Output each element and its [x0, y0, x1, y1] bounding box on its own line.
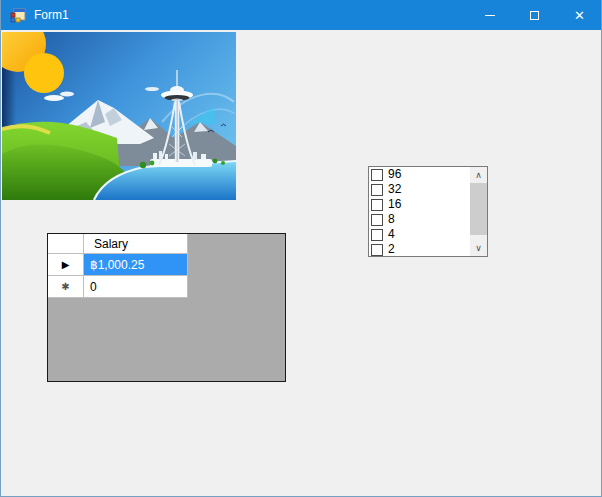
landscape-image — [2, 32, 236, 200]
form-icon — [10, 7, 26, 23]
checked-list-box[interactable]: 96 32 16 8 4 — [368, 166, 488, 257]
column-header-salary[interactable]: Salary — [84, 234, 188, 254]
picture-box — [2, 32, 236, 200]
cell-value: 0 — [84, 280, 97, 294]
row-header-current[interactable]: ▶ — [48, 254, 84, 276]
list-item[interactable]: 4 — [369, 227, 470, 242]
list-item[interactable]: 8 — [369, 212, 470, 227]
maximize-icon — [530, 11, 539, 20]
list-item-label: 2 — [388, 242, 395, 257]
column-header-label: Salary — [84, 237, 128, 251]
grid-row-1: ▶ ฿1,000.25 — [48, 254, 285, 276]
close-button[interactable]: ✕ — [557, 0, 602, 30]
salary-cell-row-1[interactable]: ฿1,000.25 — [84, 254, 188, 276]
list-item[interactable]: 16 — [369, 197, 470, 212]
grid-corner-cell[interactable] — [48, 234, 84, 254]
list-item-label: 16 — [388, 197, 401, 212]
grid-row-new: ✱ 0 — [48, 276, 285, 298]
new-row-icon: ✱ — [61, 282, 69, 292]
grid-header-row: Salary — [48, 234, 285, 254]
list-item-label: 4 — [388, 227, 395, 242]
close-icon: ✕ — [574, 9, 585, 22]
list-item-label: 96 — [388, 167, 401, 182]
list-item[interactable]: 96 — [369, 167, 470, 182]
scroll-up-button[interactable]: ∧ — [470, 167, 487, 183]
salary-cell-new-row[interactable]: 0 — [84, 276, 188, 298]
checkbox-icon[interactable] — [371, 229, 383, 241]
checkbox-icon[interactable] — [371, 214, 383, 226]
checkbox-icon[interactable] — [371, 169, 383, 181]
checkbox-icon[interactable] — [371, 184, 383, 196]
vertical-scrollbar[interactable]: ∧ ∨ — [470, 167, 487, 256]
form-window: Form1 ✕ — [0, 0, 602, 497]
checked-list-items: 96 32 16 8 4 — [369, 167, 470, 256]
chevron-up-icon: ∧ — [475, 171, 482, 180]
window-controls: ✕ — [467, 0, 602, 30]
checkbox-icon[interactable] — [371, 244, 383, 256]
minimize-button[interactable] — [467, 0, 512, 30]
list-item-label: 8 — [388, 212, 395, 227]
current-row-icon: ▶ — [62, 260, 70, 270]
window-title: Form1 — [34, 8, 69, 22]
row-header-new[interactable]: ✱ — [48, 276, 84, 298]
list-item[interactable]: 2 — [369, 242, 470, 257]
scroll-down-button[interactable]: ∨ — [470, 240, 487, 256]
list-item[interactable]: 32 — [369, 182, 470, 197]
chevron-down-icon: ∨ — [475, 244, 482, 253]
title-bar[interactable]: Form1 ✕ — [0, 0, 602, 30]
cell-value: ฿1,000.25 — [84, 258, 144, 272]
checkbox-icon[interactable] — [371, 199, 383, 211]
maximize-button[interactable] — [512, 0, 557, 30]
list-item-label: 32 — [388, 182, 401, 197]
data-grid-view[interactable]: Salary ▶ ฿1,000.25 ✱ 0 — [47, 233, 286, 382]
minimize-icon — [485, 15, 495, 16]
scrollbar-thumb[interactable] — [470, 183, 487, 235]
form-client-area: 96 32 16 8 4 — [1, 30, 601, 496]
